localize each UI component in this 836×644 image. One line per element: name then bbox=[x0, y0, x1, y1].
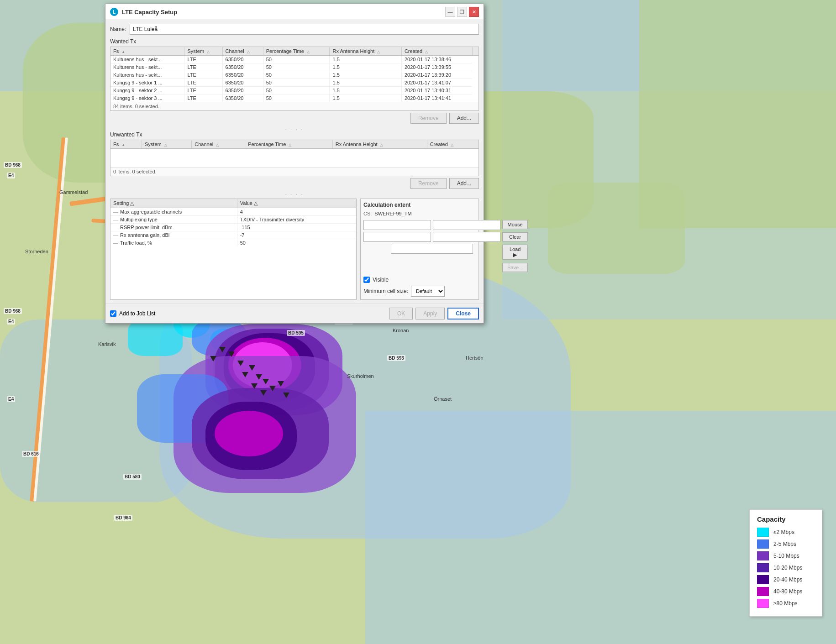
cell-system: LTE bbox=[184, 71, 222, 79]
add-to-job-list-checkbox[interactable] bbox=[110, 310, 116, 317]
unwanted-col-fs[interactable]: Fs ▲ bbox=[110, 140, 142, 149]
cell-fs: Kungsg 9 - sektor 2 ... bbox=[110, 87, 184, 94]
cell-channel: 6350/20 bbox=[222, 94, 263, 102]
wanted-table-row[interactable]: Kungsg 9 - sektor 2 ... LTE 6350/20 50 1… bbox=[110, 87, 478, 94]
mouse-button[interactable]: Mouse bbox=[502, 220, 528, 229]
dialog-close-button[interactable]: Close bbox=[447, 308, 479, 319]
unwanted-col-pct[interactable]: Percentage Time △ bbox=[245, 140, 333, 149]
road-label: E4 bbox=[7, 173, 15, 178]
apply-button[interactable]: Apply bbox=[415, 308, 445, 319]
name-input[interactable] bbox=[130, 24, 479, 35]
map-marker bbox=[269, 386, 276, 391]
wanted-table-row[interactable]: Kulturens hus - sekt... LTE 6350/20 50 1… bbox=[110, 63, 478, 71]
cell-value: -7 bbox=[237, 231, 356, 239]
coord-top-left-x[interactable] bbox=[363, 220, 431, 230]
wanted-add-button[interactable]: Add... bbox=[449, 113, 479, 124]
wanted-col-rx[interactable]: Rx Antenna Height △ bbox=[330, 47, 401, 56]
cell-fs: Kungsg 9 - sektor 1 ... bbox=[110, 79, 184, 87]
title-bar-left: L LTE Capacity Setup bbox=[110, 8, 177, 16]
clear-button[interactable]: Clear bbox=[502, 232, 528, 241]
cell-pct: 50 bbox=[263, 56, 330, 63]
unwanted-col-channel[interactable]: Channel △ bbox=[192, 140, 245, 149]
window-controls: — ❐ ✕ bbox=[445, 7, 479, 17]
place-label: Storheden bbox=[25, 249, 48, 254]
close-window-button[interactable]: ✕ bbox=[469, 7, 479, 17]
unwanted-table-footer: 0 items. 0 selected. bbox=[110, 167, 478, 176]
place-label: Gammelstad bbox=[59, 189, 88, 195]
cell-channel: 6350/20 bbox=[222, 56, 263, 63]
unwanted-tx-table-container: Fs ▲ System △ Channel △ Percentage Time … bbox=[110, 140, 479, 176]
capacity-legend: Capacity ≤2 Mbps 2-5 Mbps 5-10 Mbps 10-2… bbox=[749, 509, 822, 617]
load-button[interactable]: Load ▶ bbox=[502, 245, 528, 260]
coord-mid-left[interactable] bbox=[363, 232, 431, 242]
map-marker bbox=[283, 393, 289, 398]
wanted-col-fs[interactable]: Fs ▲ bbox=[110, 47, 184, 56]
map-marker bbox=[251, 383, 258, 389]
cell-value: 50 bbox=[237, 239, 356, 247]
cell-fs: Kulturens hus - sekt... bbox=[110, 56, 184, 63]
cell-value: TXDIV - Transmitter diversity bbox=[237, 216, 356, 224]
wanted-table-row[interactable]: Kulturens hus - sekt... LTE 6350/20 50 1… bbox=[110, 56, 478, 63]
unwanted-col-rx[interactable]: Rx Antenna Height △ bbox=[332, 140, 427, 149]
wanted-remove-button[interactable]: Remove bbox=[410, 113, 447, 124]
cell-setting: —Multiplexing type bbox=[110, 216, 237, 224]
cell-rx: 1.5 bbox=[330, 87, 401, 94]
cell-fs: Kungsg 9 - sektor 3 ... bbox=[110, 94, 184, 102]
legend-item: ≥80 Mbps bbox=[757, 599, 815, 608]
settings-table-row: —Multiplexing type TXDIV - Transmitter d… bbox=[110, 216, 356, 224]
settings-table-container: Setting △ Value △ —Max aggregatable chan… bbox=[110, 199, 357, 300]
unwanted-col-created[interactable]: Created △ bbox=[427, 140, 478, 149]
minimize-button[interactable]: — bbox=[445, 7, 455, 17]
cell-pct: 50 bbox=[263, 79, 330, 87]
road-label: BD 968 bbox=[4, 162, 22, 168]
cell-rx: 1.5 bbox=[330, 94, 401, 102]
cell-setting: —Rx anntenna gain, dBi bbox=[110, 231, 237, 239]
wanted-table-row[interactable]: Kungsg 9 - sektor 1 ... LTE 6350/20 50 1… bbox=[110, 79, 478, 87]
coord-mid-right[interactable] bbox=[433, 232, 500, 242]
place-label: Karlsvik bbox=[98, 341, 116, 347]
place-label: Skurholmen bbox=[347, 373, 374, 379]
unwanted-add-button[interactable]: Add... bbox=[449, 178, 479, 189]
save-button[interactable]: Save... bbox=[502, 263, 528, 272]
place-label: Örnaset bbox=[434, 396, 452, 402]
cell-rx: 1.5 bbox=[330, 71, 401, 79]
legend-label: 10-20 Mbps bbox=[773, 565, 802, 571]
cell-setting: —Traffic load, % bbox=[110, 239, 237, 247]
map-marker bbox=[210, 356, 216, 361]
wanted-col-channel[interactable]: Channel △ bbox=[222, 47, 263, 56]
lte-capacity-setup-dialog: L LTE Capacity Setup — ❐ ✕ Name: Wanted … bbox=[105, 4, 484, 324]
unwanted-col-system[interactable]: System △ bbox=[142, 140, 192, 149]
settings-col-setting[interactable]: Setting △ bbox=[110, 199, 237, 208]
legend-item: ≤2 Mbps bbox=[757, 528, 815, 537]
cell-fs: Kulturens hus - sekt... bbox=[110, 63, 184, 71]
wanted-btn-row: Remove Add... bbox=[110, 113, 479, 124]
coord-top-right-x[interactable] bbox=[433, 220, 500, 230]
map-marker bbox=[278, 381, 284, 387]
cell-system: LTE bbox=[184, 79, 222, 87]
add-to-job-list-label: Add to Job List bbox=[119, 310, 155, 317]
ok-button[interactable]: OK bbox=[389, 308, 413, 319]
dialog-footer: Add to Job List OK Apply Close bbox=[105, 304, 484, 323]
cell-system: LTE bbox=[184, 87, 222, 94]
wanted-table-row[interactable]: Kungsg 9 - sektor 3 ... LTE 6350/20 50 1… bbox=[110, 94, 478, 102]
cell-setting: —RSRP power limit, dBm bbox=[110, 224, 237, 231]
wanted-col-created[interactable]: Created △ bbox=[401, 47, 472, 56]
cell-rx: 1.5 bbox=[330, 63, 401, 71]
min-cell-select[interactable]: Default Small Medium Large bbox=[411, 286, 445, 297]
cell-channel: 6350/20 bbox=[222, 63, 263, 71]
map-marker bbox=[228, 351, 235, 357]
wanted-col-pct[interactable]: Percentage Time △ bbox=[263, 47, 330, 56]
place-label: Kronan bbox=[393, 328, 409, 333]
visible-checkbox[interactable] bbox=[363, 277, 370, 283]
legend-label: ≥80 Mbps bbox=[773, 600, 798, 607]
wanted-col-system[interactable]: System △ bbox=[184, 47, 222, 56]
wanted-table-row[interactable]: Kulturens hus - sekt... LTE 6350/20 50 1… bbox=[110, 71, 478, 79]
settings-table-row: —RSRP power limit, dBm -115 bbox=[110, 224, 356, 231]
restore-button[interactable]: ❐ bbox=[457, 7, 467, 17]
unwanted-remove-button[interactable]: Remove bbox=[410, 178, 447, 189]
coord-bottom[interactable] bbox=[391, 244, 473, 254]
footer-left: Add to Job List bbox=[110, 310, 155, 317]
map-marker bbox=[249, 365, 255, 371]
divider-dots-1: . . . . bbox=[110, 126, 479, 131]
settings-col-value[interactable]: Value △ bbox=[237, 199, 356, 208]
